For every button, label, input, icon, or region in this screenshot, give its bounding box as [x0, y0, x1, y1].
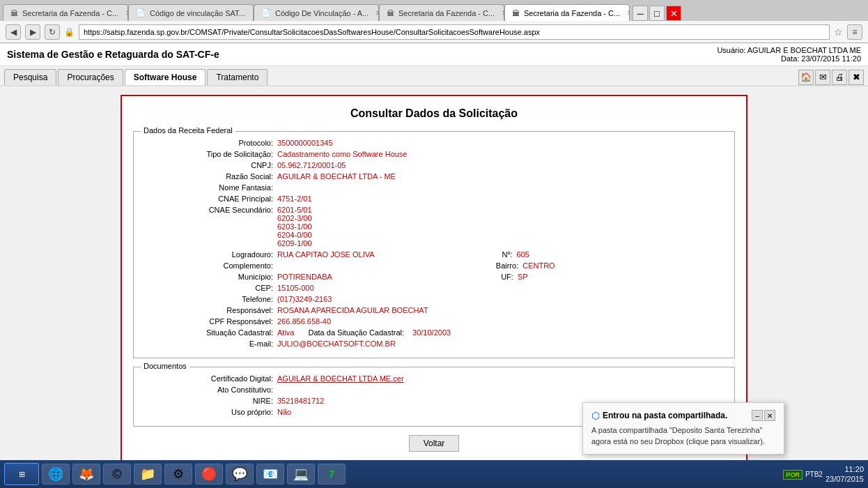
notification-close-btn[interactable]: ✕ — [764, 410, 775, 421]
dropbox-icon: ⬡ — [591, 410, 600, 421]
tray-date: 23/07/2015 — [826, 474, 864, 484]
tray-language: POR — [783, 470, 803, 478]
cnae-secundario-values: 6201-5/01 6202-3/00 6203-1/00 6204-0/00 … — [277, 206, 312, 247]
print-icon-btn[interactable]: 🖨 — [832, 70, 847, 85]
refresh-button[interactable]: ↻ — [45, 24, 60, 40]
protocolo-label: Protocolo: — [148, 139, 273, 147]
uso-proprio-label: Uso próprio: — [148, 408, 273, 416]
taskbar-opera-btn[interactable]: 🔴 — [195, 464, 223, 485]
email-label: E-mail: — [148, 340, 273, 348]
telefone-row: Telefone: (017)3249-2163 — [141, 295, 727, 303]
lock-icon: 🔒 — [64, 27, 75, 37]
chrome-icon: © — [112, 467, 121, 482]
bairro-value: CENTRO — [522, 261, 727, 270]
certificado-value[interactable]: AGUILAR & BOECHAT LTDA ME.cer — [277, 374, 727, 383]
protocolo-row: Protocolo: 3500000001345 — [141, 139, 727, 147]
tab-procuracoes[interactable]: Procurações — [58, 69, 123, 85]
tab-tratamento[interactable]: Tratamento — [207, 69, 268, 85]
data-situacao-value: 30/10/2003 — [412, 328, 727, 337]
tab-1-favicon: 🏛 — [10, 9, 18, 17]
tab-pesquisa[interactable]: Pesquisa — [4, 69, 56, 85]
responsavel-row: Responsável: ROSANA APARECIDA AGUILAR BO… — [141, 306, 727, 314]
address-input[interactable] — [79, 24, 830, 40]
bookmark-star-icon[interactable]: ☆ — [834, 26, 843, 38]
taskbar-firefox-btn[interactable]: 🦊 — [72, 464, 100, 485]
cpf-row: CPF Responsável: 266.856.658-40 — [141, 317, 727, 326]
ato-constitutivo-label: Ato Constitutivo: — [148, 386, 273, 394]
voltar-button[interactable]: Voltar — [409, 435, 460, 452]
tray-clock: 11:20 23/07/2015 — [826, 464, 864, 485]
tab-2[interactable]: 📄 Código de vinculação SAT... ✕ — [128, 4, 254, 21]
municipio-label: Município: — [148, 273, 273, 281]
cnpj-row: CNPJ: 05.962.712/0001-05 — [141, 161, 727, 169]
nav-tabs: Pesquisa Procurações Software House Trat… — [0, 66, 868, 86]
taskbar-skype-btn[interactable]: 💬 — [226, 464, 254, 485]
tab-5[interactable]: 🏛 Secretaria da Fazenda - C... ✕ — [504, 4, 630, 21]
taskbar-7zip-btn[interactable]: 7 — [318, 464, 346, 485]
tab-1[interactable]: 🏛 Secretaria da Fazenda - C... ✕ — [3, 4, 128, 21]
nome-fantasia-row: Nome Fantasia: — [141, 183, 727, 192]
receita-federal-section: Dados da Receita Federal Protocolo: 3500… — [133, 131, 735, 358]
notification-minimize-btn[interactable]: – — [752, 410, 763, 421]
situacao-label: Situação Cadastral: — [148, 328, 273, 337]
taskbar-vm-btn[interactable]: 💻 — [287, 464, 315, 485]
tab-software-house-label: Software House — [134, 73, 197, 82]
skype-icon: 💬 — [232, 466, 247, 482]
system-title: Sistema de Gestão e Retaguarda do SAT-CF… — [7, 49, 219, 60]
home-icon-btn[interactable]: 🏠 — [798, 70, 814, 85]
receita-federal-legend: Dados da Receita Federal — [141, 126, 235, 135]
start-icon: ⊞ — [19, 470, 25, 479]
logradouro-label: Logradouro: — [148, 250, 273, 259]
notification-close-buttons: – ✕ — [752, 410, 775, 421]
tab-4[interactable]: 🏛 Secretaria da Fazenda - C... ✕ — [379, 4, 504, 21]
tab-5-favicon: 🏛 — [512, 9, 520, 17]
window-close-btn[interactable]: ✕ — [666, 6, 681, 21]
cep-row: CEP: 15105-000 — [141, 284, 727, 292]
razao-social-label: Razão Social: — [148, 172, 273, 181]
tipo-solicitacao-value: Cadastramento como Software House — [277, 150, 727, 158]
protocolo-value: 3500000001345 — [277, 139, 727, 147]
numero-value: 605 — [517, 250, 727, 259]
window-minimize-btn[interactable]: ─ — [633, 6, 648, 21]
email-icon: 📧 — [263, 466, 278, 482]
taskbar: ⊞ 🌐 🦊 © 📁 ⚙ 🔴 💬 📧 💻 7 POR PTB2 11:20 23/… — [0, 460, 868, 488]
start-button[interactable]: ⊞ — [4, 463, 39, 485]
tray-layout: PTB2 — [805, 471, 823, 478]
taskbar-ie-btn[interactable]: 🌐 — [42, 464, 70, 485]
tab-3-favicon: 📄 — [261, 8, 271, 17]
tab-5-close[interactable]: ✕ — [627, 9, 630, 17]
taskbar-explorer-btn[interactable]: 📁 — [134, 464, 162, 485]
close-icon-btn[interactable]: ✖ — [848, 70, 864, 85]
tab-4-favicon: 🏛 — [387, 9, 394, 17]
firefox-icon: 🦊 — [79, 466, 94, 482]
nome-fantasia-label: Nome Fantasia: — [148, 183, 273, 192]
tipo-solicitacao-row: Tipo de Solicitação: Cadastramento como … — [141, 150, 727, 158]
menu-button[interactable]: ≡ — [847, 24, 862, 40]
tab-3[interactable]: 📄 Código De Vinculação - A... ✕ — [254, 4, 379, 21]
cnpj-value: 05.962.712/0001-05 — [277, 161, 727, 169]
uf-label: UF: — [501, 273, 513, 281]
browser-tab-bar: 🏛 Secretaria da Fazenda - C... ✕ 📄 Códig… — [0, 0, 868, 21]
cnae-principal-label: CNAE Principal: — [148, 195, 273, 203]
forward-button[interactable]: ▶ — [25, 24, 40, 40]
responsavel-value: ROSANA APARECIDA AGUILAR BOECHAT — [277, 306, 727, 314]
complemento-label: Complemento: — [148, 261, 273, 270]
bairro-label: Bairro: — [496, 261, 518, 270]
taskbar-settings-btn[interactable]: ⚙ — [164, 464, 192, 485]
cnae-principal-value: 4751-2/01 — [277, 195, 727, 203]
tab-software-house[interactable]: Software House — [125, 69, 206, 85]
email-row: E-mail: JULIO@BOECHATSOFT.COM.BR — [141, 340, 727, 348]
taskbar-email-btn[interactable]: 📧 — [256, 464, 284, 485]
window-maximize-btn[interactable]: □ — [649, 6, 665, 21]
cpf-value: 266.856.658-40 — [277, 317, 727, 326]
back-button[interactable]: ◀ — [6, 24, 21, 40]
email-value: JULIO@BOECHATSOFT.COM.BR — [277, 340, 727, 348]
taskbar-chrome-btn[interactable]: © — [103, 464, 131, 485]
tab-3-label: Código De Vinculação - A... — [275, 9, 369, 17]
dropbox-notification: ⬡ Entrou na pasta compartilhada. – ✕ A p… — [582, 402, 784, 455]
email-icon-btn[interactable]: ✉ — [815, 70, 830, 85]
nire-label: NIRE: — [148, 397, 273, 405]
cpf-label: CPF Responsável: — [148, 317, 273, 326]
situacao-row: Situação Cadastral: Ativa Data da Situaç… — [141, 328, 727, 337]
data-situacao-label: Data da Situação Cadastral: — [308, 328, 404, 337]
